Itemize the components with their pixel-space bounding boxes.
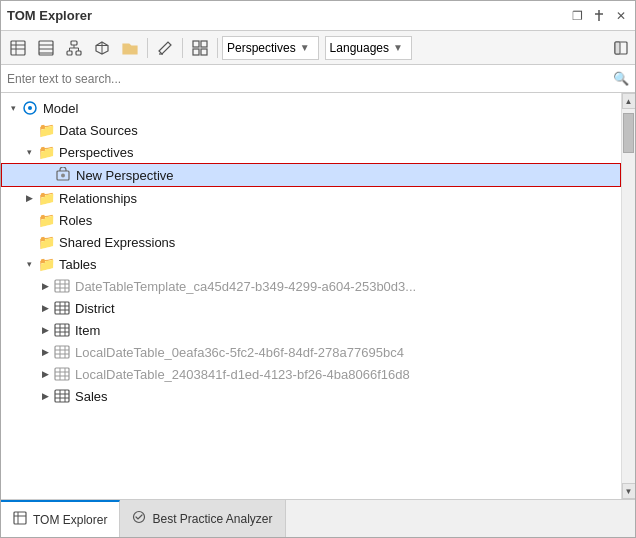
folder-icon-shared-expressions: 📁 bbox=[37, 233, 55, 251]
svg-point-29 bbox=[28, 106, 32, 110]
expand-icon-localdatetable1[interactable]: ▶ bbox=[37, 344, 53, 360]
scrollbar-thumb[interactable] bbox=[623, 113, 634, 153]
node-label-sales: Sales bbox=[75, 389, 108, 404]
table-special-icon-1 bbox=[53, 277, 71, 295]
tree-node-item[interactable]: ▶ Item bbox=[1, 319, 621, 341]
tree-node-shared-expressions[interactable]: 📁 Shared Expressions bbox=[1, 231, 621, 253]
expand-icon-tables[interactable]: ▾ bbox=[21, 256, 37, 272]
table-view-button[interactable] bbox=[5, 35, 31, 61]
tree-node-localdatetable1[interactable]: ▶ LocalDateTable_0eafa36c-5fc2-4b6f-84df… bbox=[1, 341, 621, 363]
scrollbar: ▲ ▼ bbox=[621, 93, 635, 499]
scrollbar-up[interactable]: ▲ bbox=[622, 93, 636, 109]
perspectives-dropdown-label: Perspectives bbox=[227, 41, 296, 55]
node-label-district: District bbox=[75, 301, 115, 316]
model-icon bbox=[21, 99, 39, 117]
svg-point-65 bbox=[134, 512, 145, 523]
svg-rect-32 bbox=[55, 280, 69, 292]
tab-bar: TOM Explorer Best Practice Analyzer bbox=[1, 499, 635, 537]
tree-node-sales[interactable]: ▶ Sales bbox=[1, 385, 621, 407]
scrollbar-track-area[interactable] bbox=[622, 109, 635, 483]
tree-node-perspectives[interactable]: ▾ 📁 Perspectives bbox=[1, 141, 621, 163]
svg-rect-47 bbox=[55, 346, 69, 358]
node-label-datetabletemplate: DateTableTemplate_ca45d427-b349-4299-a60… bbox=[75, 279, 416, 294]
node-label-roles: Roles bbox=[59, 213, 92, 228]
svg-rect-2 bbox=[11, 41, 25, 55]
svg-rect-24 bbox=[193, 49, 199, 55]
title-bar: TOM Explorer ❐ ✕ bbox=[1, 1, 635, 31]
tab-best-practice[interactable]: Best Practice Analyzer bbox=[120, 500, 285, 537]
tree-node-tables[interactable]: ▾ 📁 Tables bbox=[1, 253, 621, 275]
toolbar-separator-1 bbox=[147, 38, 148, 58]
node-label-perspectives: Perspectives bbox=[59, 145, 133, 160]
node-label-shared-expressions: Shared Expressions bbox=[59, 235, 175, 250]
search-bar: 🔍 bbox=[1, 65, 635, 93]
languages-dropdown-label: Languages bbox=[330, 41, 389, 55]
main-window: TOM Explorer ❐ ✕ bbox=[0, 0, 636, 538]
svg-rect-10 bbox=[71, 41, 77, 45]
scrollbar-down[interactable]: ▼ bbox=[622, 483, 636, 499]
expand-icon-relationships[interactable]: ▶ bbox=[21, 190, 37, 206]
node-label-localdatetable2: LocalDateTable_2403841f-d1ed-4123-bf26-4… bbox=[75, 367, 410, 382]
folder-icon-relationships: 📁 bbox=[37, 189, 55, 207]
edit-button[interactable] bbox=[152, 35, 178, 61]
hierarchy-button[interactable] bbox=[61, 35, 87, 61]
expand-icon-district[interactable]: ▶ bbox=[37, 300, 53, 316]
folder-button[interactable] bbox=[117, 35, 143, 61]
expand-icon-datetabletemplate[interactable]: ▶ bbox=[37, 278, 53, 294]
tom-explorer-tab-icon bbox=[13, 511, 27, 528]
table-icon-district bbox=[53, 299, 71, 317]
search-icon: 🔍 bbox=[613, 71, 629, 86]
tab-tom-explorer[interactable]: TOM Explorer bbox=[1, 500, 120, 537]
title-controls: ❐ ✕ bbox=[569, 8, 629, 24]
tree-node-model[interactable]: ▾ Model bbox=[1, 97, 621, 119]
expand-icon-localdatetable2[interactable]: ▶ bbox=[37, 366, 53, 382]
svg-rect-25 bbox=[201, 49, 207, 55]
svg-rect-42 bbox=[55, 324, 69, 336]
toolbar: Perspectives ▼ Languages ▼ bbox=[1, 31, 635, 65]
expand-icon-item[interactable]: ▶ bbox=[37, 322, 53, 338]
table-special-icon-2 bbox=[53, 343, 71, 361]
expand-icon-model[interactable]: ▾ bbox=[5, 100, 21, 116]
pin-button[interactable] bbox=[591, 8, 607, 24]
grid-button[interactable] bbox=[187, 35, 213, 61]
svg-rect-37 bbox=[55, 302, 69, 314]
expand-icon-sales[interactable]: ▶ bbox=[37, 388, 53, 404]
folder-icon-roles: 📁 bbox=[37, 211, 55, 229]
svg-rect-11 bbox=[67, 51, 72, 55]
svg-rect-22 bbox=[193, 41, 199, 47]
toolbar-separator-3 bbox=[217, 38, 218, 58]
cube-button[interactable] bbox=[89, 35, 115, 61]
svg-rect-57 bbox=[55, 390, 69, 402]
node-label-model: Model bbox=[43, 101, 78, 116]
table-icon-sales bbox=[53, 387, 71, 405]
node-label-localdatetable1: LocalDateTable_0eafa36c-5fc2-4b6f-84df-2… bbox=[75, 345, 404, 360]
tree-area: ▾ Model 📁 Data Sources ▾ 📁 Pers bbox=[1, 93, 635, 499]
svg-rect-23 bbox=[201, 41, 207, 47]
svg-rect-52 bbox=[55, 368, 69, 380]
toolbar-separator-2 bbox=[182, 38, 183, 58]
svg-rect-27 bbox=[615, 42, 620, 54]
perspectives-dropdown-arrow: ▼ bbox=[300, 42, 310, 53]
tree-node-localdatetable2[interactable]: ▶ LocalDateTable_2403841f-d1ed-4123-bf26… bbox=[1, 363, 621, 385]
folder-icon-perspectives: 📁 bbox=[37, 143, 55, 161]
tree-node-district[interactable]: ▶ District bbox=[1, 297, 621, 319]
node-label-item: Item bbox=[75, 323, 100, 338]
search-input[interactable] bbox=[7, 72, 613, 86]
tree-node-data-sources[interactable]: 📁 Data Sources bbox=[1, 119, 621, 141]
restore-button[interactable]: ❐ bbox=[569, 8, 585, 24]
languages-dropdown[interactable]: Languages ▼ bbox=[325, 36, 412, 60]
list-view-button[interactable] bbox=[33, 35, 59, 61]
tree-node-relationships[interactable]: ▶ 📁 Relationships bbox=[1, 187, 621, 209]
close-button[interactable]: ✕ bbox=[613, 8, 629, 24]
dock-button[interactable] bbox=[611, 38, 631, 58]
svg-rect-12 bbox=[76, 51, 81, 55]
window-title: TOM Explorer bbox=[7, 8, 92, 23]
expand-icon-perspectives[interactable]: ▾ bbox=[21, 144, 37, 160]
tree-node-datetabletemplate[interactable]: ▶ DateTableTemplate_ca45d427-b349-4299-a… bbox=[1, 275, 621, 297]
tree-node-new-perspective[interactable]: New Perspective bbox=[1, 163, 621, 187]
tab-best-practice-label: Best Practice Analyzer bbox=[152, 512, 272, 526]
perspectives-dropdown[interactable]: Perspectives ▼ bbox=[222, 36, 319, 60]
folder-icon-tables: 📁 bbox=[37, 255, 55, 273]
tree-content: ▾ Model 📁 Data Sources ▾ 📁 Pers bbox=[1, 93, 621, 499]
tree-node-roles[interactable]: 📁 Roles bbox=[1, 209, 621, 231]
